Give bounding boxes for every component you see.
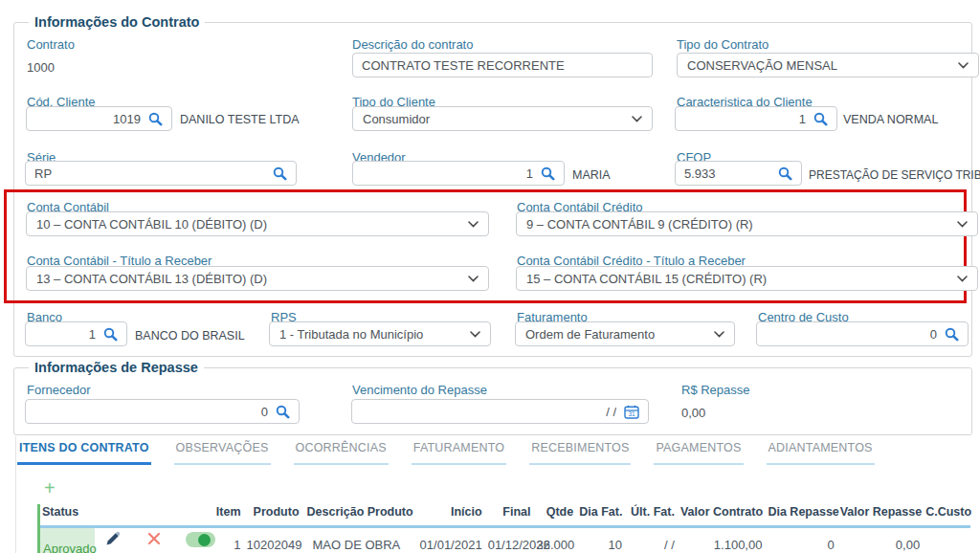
vencimento-repasse-label: Vencimento do Repasse [352,383,487,397]
ult-fat-cell: / / [628,527,680,553]
tab-adiantamentos[interactable]: ADIANTAMENTOS [767,441,875,465]
centro-custo-field [756,321,969,346]
search-icon [778,166,792,181]
qtde-cell: 36.000 [536,527,579,553]
cfop-field [675,161,802,186]
column-header-valor-contrato: Valor Contrato [680,503,768,527]
conta-credito-titulo-selected: 15 – CONTA CONTÁBIL 15 (CRÉDITO) (R) [526,272,767,286]
conta-credito-selected: 9 – CONTA CONTÁBIL 9 (CRÉDITO) (R) [526,217,753,232]
tipo-cliente-select[interactable]: Consumidor [352,106,653,131]
tipo-contrato-label: Tipo do Contrato [677,37,768,52]
tab-faturamento[interactable]: FATURAMENTO [412,441,507,465]
caracteristica-cliente-field [675,106,837,131]
search-icon [945,327,959,342]
tab-pagamentos[interactable]: PAGAMENTOS [654,441,743,465]
delete-item-button[interactable] [147,532,161,545]
conta-contabil-selected: 10 – CONTA CONTÁBIL 10 (DÉBITO) (D) [36,217,267,232]
column-header-final: Final [488,503,537,527]
column-header-status: Status [40,503,215,527]
contract-items-table: Status Item Produto Descrição Produto In… [40,503,970,553]
cfop-input[interactable] [684,166,770,181]
vencimento-repasse-input[interactable] [361,405,616,419]
cod-cliente-search-button[interactable] [148,112,163,126]
serie-search-button[interactable] [273,166,287,181]
fornecedor-search-button[interactable] [276,405,290,419]
column-header-ult-fat: Últ. Fat. [628,503,680,527]
rps-selected: 1 - Tributada no Município [279,327,423,342]
conta-credito-titulo-select[interactable]: 15 – CONTA CONTÁBIL 15 (CRÉDITO) (R) [516,266,978,291]
centro-custo-search-button[interactable] [945,327,959,342]
conta-titulo-select[interactable]: 13 – CONTA CONTÁBIL 13 (DÉBITO) (D) [26,266,489,291]
conta-credito-select[interactable]: 9 – CONTA CONTÁBIL 9 (CRÉDITO) (R) [516,211,978,236]
vencimento-calendar-button[interactable]: 31 [624,405,639,419]
contract-form-page: Informações do Contrato Contrato 1000 De… [0,0,980,553]
vendedor-description: MARIA [572,168,611,182]
column-header-inicio: Início [420,503,488,527]
banco-input[interactable] [34,327,96,342]
column-header-valor-repasse: Valor Repasse [840,503,925,527]
chevron-down-icon [714,331,724,338]
tipo-cliente-selected: Consumidor [363,112,430,126]
contrato-label: Contrato [27,37,75,52]
tab-observacoes[interactable]: OBSERVAÇÕES [174,441,271,465]
caracteristica-search-button[interactable] [813,112,828,126]
chevron-down-icon [468,276,479,282]
fornecedor-field [25,399,300,424]
fornecedor-label: Fornecedor [27,383,90,397]
item-active-toggle[interactable] [186,532,215,547]
caracteristica-cliente-input[interactable] [684,112,806,126]
tipo-contrato-select[interactable]: CONSERVAÇÃO MENSAL [677,53,979,77]
column-header-dia-repasse: Dia Repasse [768,503,839,527]
conta-contabil-select[interactable]: 10 – CONTA CONTÁBIL 10 (DÉBITO) (D) [26,211,489,236]
chevron-down-icon [957,276,968,282]
fornecedor-input[interactable] [34,405,268,419]
centro-custo-input[interactable] [766,327,937,342]
dia-repasse-cell: 0 [768,527,839,553]
vendedor-input[interactable] [362,166,533,181]
caracteristica-description: VENDA NORMAL [843,113,938,126]
serie-input[interactable] [34,166,265,181]
cod-cliente-field [26,106,172,131]
banco-field [25,321,127,346]
vencimento-repasse-field: 31 [351,399,649,424]
descricao-contrato-input[interactable] [362,58,643,73]
tab-itens-do-contrato[interactable]: ITENS DO CONTRATO [17,441,151,465]
tab-ocorrencias[interactable]: OCORRÊNCIAS [294,441,389,465]
faturamento-select[interactable]: Ordem de Faturamento [515,321,735,346]
column-header-item: Item [215,503,247,527]
search-icon [273,166,287,181]
vendedor-search-button[interactable] [541,166,555,181]
valor-repasse-cell: 0,00 [840,527,925,553]
table-header-row: Status Item Produto Descrição Produto In… [40,503,970,527]
column-header-qtde: Qtde [536,503,579,527]
search-icon [541,166,555,181]
dia-fat-cell: 10 [579,527,628,553]
item-cell: 1 [215,527,247,553]
c-custo-cell [925,527,970,553]
tipo-contrato-selected: CONSERVAÇÃO MENSAL [687,58,837,73]
faturamento-selected: Ordem de Faturamento [525,327,655,342]
final-cell: 01/12/2022 [488,527,537,553]
vendedor-field [352,161,565,186]
serie-field [25,161,297,186]
search-icon [813,112,828,126]
tab-bar: ITENS DO CONTRATO OBSERVAÇÕES OCORRÊNCIA… [17,441,875,465]
chevron-down-icon [470,331,480,338]
search-icon [103,327,118,342]
descricao-contrato-field [352,53,653,77]
cod-cliente-input[interactable] [35,112,141,126]
x-icon [147,532,161,545]
descricao-produto-cell: MAO DE OBRA [305,527,420,553]
cfop-search-button[interactable] [778,166,792,181]
banco-search-button[interactable] [103,327,118,342]
edit-item-button[interactable] [104,530,122,547]
tab-recebimentos[interactable]: RECEBIMENTOS [529,441,631,465]
rs-repasse-value: 0,00 [681,406,705,420]
add-item-button[interactable]: + [38,477,61,498]
calendar-icon: 31 [624,405,639,419]
conta-titulo-selected: 13 – CONTA CONTÁBIL 13 (DÉBITO) (D) [36,272,267,286]
rps-select[interactable]: 1 - Tributada no Município [269,321,491,346]
status-badge: Aprovado [40,528,95,553]
column-header-dia-fat: Dia Fat. [579,503,628,527]
panel-left-border [15,436,16,553]
